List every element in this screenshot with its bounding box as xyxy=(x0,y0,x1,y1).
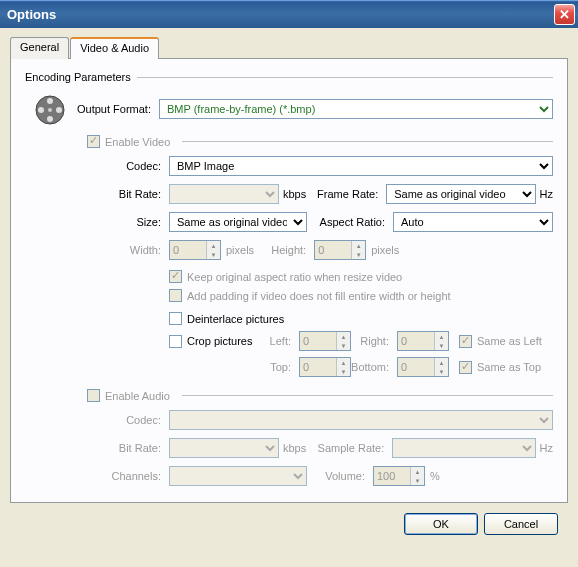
crop-bottom-label: Bottom: xyxy=(351,361,397,373)
row-audio-codec: Codec: xyxy=(87,410,553,430)
crop-bottom-stepper: ▲▼ xyxy=(397,357,449,377)
video-bitrate-select xyxy=(169,184,279,204)
same-as-left-checkbox xyxy=(459,335,472,348)
enable-audio-label: Enable Audio xyxy=(105,390,170,402)
svg-point-1 xyxy=(47,98,53,104)
width-stepper: ▲▼ xyxy=(169,240,221,260)
dialog-body: General Video & Audio Encoding Parameter… xyxy=(0,28,578,545)
video-codec-label: Codec: xyxy=(87,160,169,172)
framerate-select[interactable]: Same as original video xyxy=(386,184,535,204)
row-size-aspect: Size: Same as original video Aspect Rati… xyxy=(87,212,553,232)
window-title: Options xyxy=(3,7,554,22)
titlebar: Options ✕ xyxy=(0,0,578,28)
height-unit: pixels xyxy=(371,244,399,256)
output-format-select[interactable]: BMP (frame-by-frame) (*.bmp) xyxy=(159,99,553,119)
samplerate-select xyxy=(392,438,535,458)
row-deinterlace: Deinterlace pictures xyxy=(87,312,553,325)
crop-right-stepper: ▲▼ xyxy=(397,331,449,351)
svg-point-5 xyxy=(48,108,52,112)
size-select[interactable]: Same as original video xyxy=(169,212,307,232)
add-padding-checkbox xyxy=(169,289,182,302)
video-codec-select[interactable]: BMP Image xyxy=(169,156,553,176)
enable-audio-checkbox xyxy=(87,389,100,402)
enable-video-label: Enable Video xyxy=(105,136,170,148)
video-bitrate-label: Bit Rate: xyxy=(87,188,169,200)
crop-left-stepper: ▲▼ xyxy=(299,331,351,351)
channels-select xyxy=(169,466,307,486)
tab-panel: Encoding Parameters Output Format: BMP (… xyxy=(10,59,568,503)
audio-bitrate-label: Bit Rate: xyxy=(87,442,169,454)
height-stepper: ▲▼ xyxy=(314,240,366,260)
film-reel-icon xyxy=(25,91,75,127)
keep-aspect-label: Keep original aspect ratio when resize v… xyxy=(187,271,402,283)
crop-left-label: Left: xyxy=(267,335,299,347)
same-as-left-label: Same as Left xyxy=(477,335,542,347)
add-padding-label: Add padding if video does not fill entir… xyxy=(187,290,451,302)
row-audio-bitrate: Bit Rate: kbps Sample Rate: Hz xyxy=(87,438,553,458)
audio-codec-select xyxy=(169,410,553,430)
row-crop-tb: Top: ▲▼ Bottom: ▲▼ Same as Top xyxy=(87,357,553,377)
aspect-label: Aspect Ratio: xyxy=(313,216,393,228)
button-bar: OK Cancel xyxy=(10,503,568,535)
group-enable-audio: Enable Audio xyxy=(25,389,553,402)
size-label: Size: xyxy=(87,216,169,228)
framerate-unit: Hz xyxy=(540,188,553,200)
svg-point-2 xyxy=(47,116,53,122)
width-label: Width: xyxy=(87,244,169,256)
group-encoding: Encoding Parameters xyxy=(25,71,553,83)
row-keep-aspect: Keep original aspect ratio when resize v… xyxy=(87,270,553,283)
framerate-label: Frame Rate: xyxy=(316,188,386,200)
enable-video-checkbox xyxy=(87,135,100,148)
crop-checkbox[interactable] xyxy=(169,335,182,348)
samplerate-label: Sample Rate: xyxy=(316,442,392,454)
height-label: Height: xyxy=(268,244,314,256)
crop-top-stepper: ▲▼ xyxy=(299,357,351,377)
audio-bitrate-select xyxy=(169,438,279,458)
volume-unit: % xyxy=(430,470,440,482)
aspect-select[interactable]: Auto xyxy=(393,212,553,232)
row-output-format: Output Format: BMP (frame-by-frame) (*.b… xyxy=(25,91,553,127)
row-crop: Crop pictures Left: ▲▼ Right: ▲▼ Same as… xyxy=(87,331,553,351)
row-bitrate-framerate: Bit Rate: kbps Frame Rate: Same as origi… xyxy=(87,184,553,204)
row-width-height: Width: ▲▼ pixels Height: ▲▼ pixels xyxy=(87,240,553,260)
same-as-top-checkbox xyxy=(459,361,472,374)
width-unit: pixels xyxy=(226,244,254,256)
samplerate-unit: Hz xyxy=(540,442,553,454)
crop-right-label: Right: xyxy=(351,335,397,347)
audio-bitrate-unit: kbps xyxy=(283,442,306,454)
group-title: Encoding Parameters xyxy=(25,71,131,83)
cancel-button[interactable]: Cancel xyxy=(484,513,558,535)
volume-label: Volume: xyxy=(313,470,373,482)
ok-button[interactable]: OK xyxy=(404,513,478,535)
bitrate-unit: kbps xyxy=(283,188,306,200)
audio-codec-label: Codec: xyxy=(87,414,169,426)
deinterlace-checkbox[interactable] xyxy=(169,312,182,325)
crop-label: Crop pictures xyxy=(187,335,252,347)
keep-aspect-checkbox xyxy=(169,270,182,283)
row-channels: Channels: Volume: ▲▼ % xyxy=(87,466,553,486)
row-codec: Codec: BMP Image xyxy=(87,156,553,176)
channels-label: Channels: xyxy=(87,470,169,482)
crop-top-label: Top: xyxy=(267,361,299,373)
row-add-padding: Add padding if video does not fill entir… xyxy=(87,289,553,302)
tab-strip: General Video & Audio xyxy=(10,36,568,59)
same-as-top-label: Same as Top xyxy=(477,361,541,373)
deinterlace-label: Deinterlace pictures xyxy=(187,313,284,325)
volume-stepper: ▲▼ xyxy=(373,466,425,486)
group-enable-video: Enable Video xyxy=(25,135,553,148)
close-icon[interactable]: ✕ xyxy=(554,4,575,25)
svg-point-4 xyxy=(56,107,62,113)
svg-point-3 xyxy=(38,107,44,113)
tab-general[interactable]: General xyxy=(10,37,69,59)
tab-video-audio[interactable]: Video & Audio xyxy=(70,37,159,59)
output-format-label: Output Format: xyxy=(75,103,159,115)
